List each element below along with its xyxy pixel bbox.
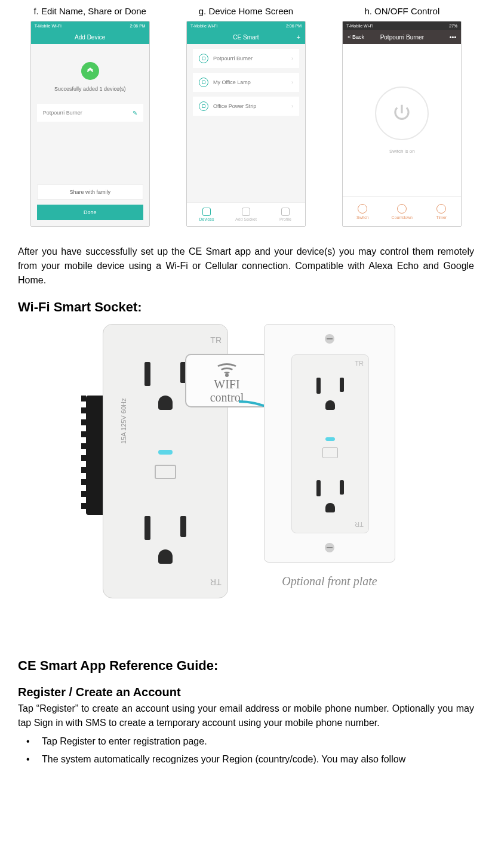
tab-profile[interactable]: Profile — [266, 203, 305, 226]
bullet-item: Tap Register to enter registration page. — [18, 734, 474, 749]
device-name-value: Potpourri Burner — [43, 110, 82, 116]
tab-timer[interactable]: Timer — [422, 197, 461, 226]
tab-label: Profile — [279, 217, 291, 221]
chevron-right-icon: › — [291, 79, 293, 85]
wifi-text-2: control — [210, 391, 244, 404]
tr-label: TR — [355, 521, 364, 528]
back-button[interactable]: < Back — [348, 34, 364, 40]
tab-countdown[interactable]: Countdown — [382, 197, 422, 226]
screenshots-row: f. Edit Name, Share or Done T-Mobile Wi-… — [18, 6, 474, 227]
status-left: T-Mobile Wi-Fi — [35, 24, 61, 28]
tab-label: Devices — [199, 217, 214, 221]
body-h: Switch is on Switch Countdown Timer — [343, 44, 461, 226]
tr-label: TR — [355, 360, 364, 367]
tab-label: Switch — [356, 215, 369, 220]
plug-icon — [199, 54, 208, 63]
caption-f: f. Edit Name, Share or Done — [33, 6, 146, 16]
status-right: 2:06 PM — [286, 24, 302, 28]
plug-icon — [199, 78, 208, 87]
rating-label: 15A 125V 60Hz — [120, 399, 127, 444]
nav-bar-f: Add Device — [31, 30, 149, 44]
inner-panel: TR TR — [291, 354, 369, 533]
list-item[interactable]: Office Power Strip › — [193, 97, 299, 116]
phone-g: T-Mobile Wi-Fi 2:06 PM CE Smart + Potpou… — [186, 21, 306, 227]
countdown-icon — [397, 204, 407, 214]
status-bar-g: T-Mobile Wi-Fi 2:06 PM — [187, 21, 305, 30]
more-icon[interactable]: ••• — [450, 33, 457, 41]
wifi-socket-heading: Wi-Fi Smart Socket: — [18, 299, 474, 315]
faceplate: TR TR — [264, 324, 395, 563]
bottom-tabs: Devices Add Socket Profile — [187, 202, 305, 226]
power-button[interactable] — [375, 87, 429, 140]
screw-top — [325, 334, 334, 344]
switch-status: Switch is on — [389, 149, 415, 154]
status-bar-h: T-Mobile Wi-Fi 27% — [343, 21, 461, 30]
devices-icon — [202, 208, 211, 216]
share-button[interactable]: Share with family — [37, 184, 143, 200]
screenshot-g: g. Device Home Screen T-Mobile Wi-Fi 2:0… — [174, 6, 318, 227]
status-bar-f: T-Mobile Wi-Fi 2:06 PM — [31, 21, 149, 30]
tab-label: Countdown — [392, 215, 413, 220]
status-right: 2:06 PM — [130, 24, 146, 28]
power-icon — [390, 102, 413, 125]
led-indicator-r — [325, 437, 335, 441]
control-tabs: Switch Countdown Timer — [343, 196, 461, 226]
pairing-button — [155, 465, 176, 479]
phone-h: T-Mobile Wi-Fi 27% < Back Potpourri Burn… — [342, 21, 462, 227]
wifi-text-1: WIFI — [210, 378, 244, 391]
receptacle-bottom — [133, 505, 198, 571]
pairing-button-r — [322, 447, 338, 458]
nav-title-g: CE Smart — [233, 34, 259, 41]
register-paragraph: Tap “Register” to create an account usin… — [18, 702, 474, 730]
screw-bottom — [325, 543, 334, 552]
tab-label: Add Socket — [235, 217, 257, 221]
socket-right: TR TR Optional front plate — [264, 324, 395, 588]
list-item-label: Office Power Strip — [213, 103, 256, 109]
screenshot-f: f. Edit Name, Share or Done T-Mobile Wi-… — [18, 6, 162, 227]
nav-title-h: Potpourri Burner — [380, 34, 424, 41]
list-item[interactable]: My Office Lamp › — [193, 73, 299, 92]
guide-heading: CE Smart App Reference Guide: — [18, 658, 474, 674]
list-item-label: My Office Lamp — [213, 79, 251, 85]
bullet-item: The system automatically recognizes your… — [18, 752, 474, 767]
wifi-icon — [215, 357, 239, 375]
tab-label: Timer — [436, 215, 447, 220]
device-name-row[interactable]: Potpourri Burner ✎ — [37, 104, 143, 122]
status-right: 27% — [449, 24, 457, 28]
tab-devices[interactable]: Devices — [187, 203, 226, 226]
after-setup-paragraph: After you have successfully set up the C… — [18, 245, 474, 288]
add-socket-icon — [242, 208, 250, 216]
body-f: Succesfully added 1 device(s) Potpourri … — [31, 44, 149, 226]
tab-add[interactable]: Add Socket — [226, 203, 266, 226]
receptacle-bottom-r — [309, 474, 351, 516]
done-button[interactable]: Done — [37, 205, 143, 220]
list-item[interactable]: Potpourri Burner › — [193, 49, 299, 68]
socket-figure: TR TR 15A 125V 60Hz WIFI control — [18, 324, 474, 634]
timer-icon — [436, 204, 446, 214]
tr-label: TR — [210, 577, 222, 587]
heatsink — [86, 396, 104, 515]
success-text: Succesfully added 1 device(s) — [31, 86, 149, 92]
caption-h: h. ON/OFF Control — [364, 6, 439, 16]
body-g: Potpourri Burner › My Office Lamp › Offi… — [187, 44, 305, 226]
plug-icon — [199, 101, 208, 111]
list-item-label: Potpourri Burner — [213, 55, 253, 61]
tab-switch[interactable]: Switch — [343, 197, 382, 226]
receptacle-top-r — [309, 372, 351, 413]
nav-bar-h: < Back Potpourri Burner ••• — [343, 30, 461, 44]
phone-f: T-Mobile Wi-Fi 2:06 PM Add Device Succes… — [30, 21, 150, 227]
edit-icon[interactable]: ✎ — [133, 110, 137, 116]
status-left: T-Mobile Wi-Fi — [346, 24, 373, 28]
profile-icon — [281, 208, 290, 216]
switch-icon — [358, 204, 367, 214]
register-bullets: Tap Register to enter registration page.… — [18, 734, 474, 767]
status-left: T-Mobile Wi-Fi — [190, 24, 217, 28]
check-wrap — [31, 44, 149, 80]
chevron-right-icon: › — [291, 55, 293, 61]
register-heading: Register / Create an Account — [18, 685, 474, 699]
nav-title-f: Add Device — [75, 34, 105, 41]
power-area: Switch is on — [343, 44, 461, 196]
add-icon[interactable]: + — [297, 33, 300, 41]
caption-g: g. Device Home Screen — [199, 6, 293, 16]
chevron-right-icon: › — [291, 103, 293, 109]
